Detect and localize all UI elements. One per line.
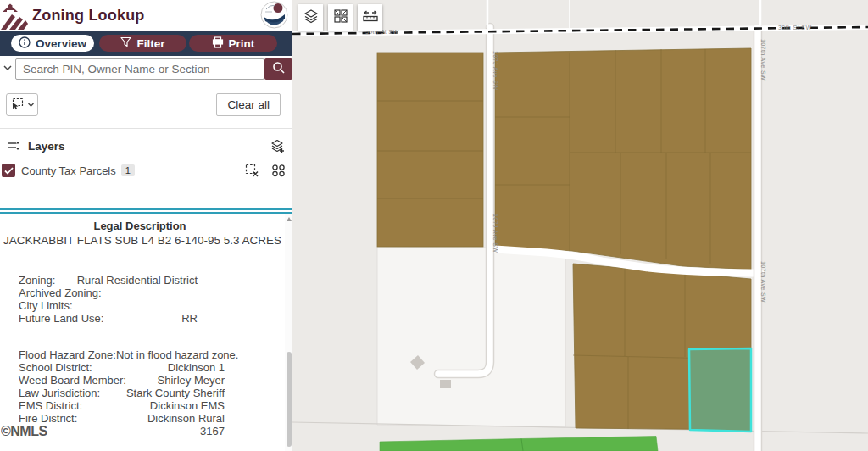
detail-row: Flood Hazard Zone:Not in flood hazard zo… [19, 348, 225, 361]
detail-row: Fire District:Dickinson Rural [19, 412, 225, 425]
basemap-tool-button[interactable] [328, 4, 353, 31]
unzoned-area [377, 247, 565, 427]
detail-label: Archived Zoning: [19, 287, 102, 299]
road-label-107th: 107th Ave SW [760, 261, 766, 303]
tab-overview-label: Overview [36, 37, 86, 50]
zoning-rows: Zoning:Rural Residential District Archiv… [19, 274, 198, 325]
detail-value: Dickinson 1 [92, 361, 225, 374]
legal-description-text: JACKRABBIT FLATS SUB L4 B2 6-140-95 5.3 … [0, 234, 285, 247]
measure-tool-button[interactable] [358, 4, 382, 31]
layer-checkbox[interactable] [2, 164, 15, 177]
tab-print-label: Print [229, 37, 255, 50]
basemap-gallery-icon [333, 8, 348, 26]
detail-label: Fire District: [19, 412, 77, 425]
app-header: Zoning Lookup [0, 0, 292, 31]
detail-value: Shirley Meyer [126, 374, 225, 387]
detail-value: 3167 [19, 425, 225, 437]
road-label-107th: 107th Ave SW [760, 39, 766, 81]
road-label-107j: 107J Ave SW [492, 214, 498, 253]
detail-value: Dickinson EMS [82, 399, 225, 412]
detail-value: Stark County Sheriff [100, 387, 225, 399]
detail-row: Zoning:Rural Residential District [19, 274, 198, 287]
detail-row: 3167 [19, 425, 225, 437]
collapse-panel-chevron-icon[interactable] [1, 62, 14, 75]
tab-overview[interactable]: Overview [11, 35, 94, 52]
panel-divider [0, 208, 292, 214]
layers-tool-button[interactable] [298, 4, 323, 31]
dots-grid-icon[interactable] [271, 164, 286, 177]
zoning-lookup-app: 30th St SW 30th St SW 107J Ave SW 107J A… [0, 0, 868, 451]
detail-row: School District:Dickinson 1 [19, 361, 225, 374]
detail-row: Law Jurisdiction:Stark County Sheriff [19, 387, 225, 399]
search-input[interactable] [15, 58, 264, 80]
legal-description-heading: Legal Description [0, 220, 280, 232]
layer-row-county-tax-parcels[interactable]: County Tax Parcels 1 [2, 161, 286, 180]
detail-row: Weed Board Member:Shirley Meyer [19, 374, 225, 387]
stark-county-seal [260, 1, 288, 29]
layer-settings-icon[interactable] [270, 139, 286, 153]
mls-watermark: ©NMLS [1, 424, 47, 439]
printer-icon [212, 36, 224, 51]
detail-row: EMS District:Dickinson EMS [19, 399, 225, 412]
chevron-down-icon [27, 98, 35, 111]
select-tool-dropdown[interactable] [6, 93, 38, 116]
detail-label: Zoning: [19, 274, 55, 287]
detail-label: Future Land Use: [19, 312, 103, 325]
map-toolbar [298, 4, 382, 31]
detail-value [73, 299, 198, 312]
details-scrollbar[interactable] [285, 214, 292, 451]
nav-bar: Overview Filter Print [0, 31, 292, 56]
measure-icon [362, 8, 379, 26]
layer-order-icon[interactable] [7, 140, 20, 152]
layer-label: County Tax Parcels [21, 164, 116, 177]
road-label-107j: 107J Ave SW [492, 51, 498, 90]
map-canvas[interactable]: 30th St SW 30th St SW 107J Ave SW 107J A… [292, 0, 868, 451]
detail-row: Future Land Use:RR [19, 312, 198, 325]
building-footprint [440, 380, 451, 388]
detail-label: School District: [19, 361, 92, 374]
detail-label: Law Jurisdiction: [19, 387, 100, 399]
clear-all-button[interactable]: Clear all [216, 93, 281, 116]
tab-filter-label: Filter [136, 37, 164, 50]
detail-label: Weed Board Member: [19, 374, 126, 387]
layers-header: Layers [7, 137, 286, 154]
tab-print[interactable]: Print [189, 35, 277, 52]
detail-value: Dickinson Rural [77, 412, 225, 425]
tab-filter[interactable]: Filter [99, 35, 186, 52]
layers-section: Layers County Tax Parcels 1 [0, 129, 292, 209]
select-cursor-icon [10, 97, 25, 113]
detail-label: City Limits: [19, 299, 73, 312]
layer-count-badge: 1 [121, 164, 135, 176]
selected-parcel[interactable] [689, 348, 751, 432]
filter-icon [120, 36, 131, 50]
info-icon [19, 36, 31, 51]
selection-tools-row: Clear all [0, 82, 292, 129]
search-bar [0, 56, 292, 82]
district-rows: Flood Hazard Zone:Not in flood hazard zo… [19, 348, 225, 437]
road-label-30th-st: 30th St SW [778, 25, 811, 31]
search-button[interactable] [264, 58, 292, 80]
tax-parcel-block-upper-right[interactable] [495, 48, 751, 270]
county-farm-logo [1, 3, 28, 30]
detail-value [102, 287, 198, 299]
scrollbar-thumb[interactable] [287, 352, 292, 447]
detail-value: Not in flood hazard zone. [116, 348, 239, 361]
layers-title: Layers [28, 140, 65, 153]
scroll-up-arrow[interactable] [287, 217, 292, 221]
page-title: Zoning Lookup [32, 7, 145, 25]
layers-icon [303, 8, 319, 26]
detail-row: City Limits: [19, 299, 198, 312]
detail-label: Flood Hazard Zone: [19, 348, 116, 361]
search-icon [272, 61, 286, 77]
sidebar-panel: Zoning Lookup Overview [0, 0, 292, 451]
detail-row: Archived Zoning: [19, 287, 198, 299]
tax-parcel-block-left[interactable] [377, 53, 483, 247]
deselect-icon[interactable] [245, 164, 259, 177]
detail-value: Rural Residential District [55, 274, 198, 287]
detail-label: EMS District: [19, 399, 82, 412]
parcel-details-panel: Legal Description JACKRABBIT FLATS SUB L… [0, 214, 292, 451]
detail-value: RR [103, 312, 198, 325]
